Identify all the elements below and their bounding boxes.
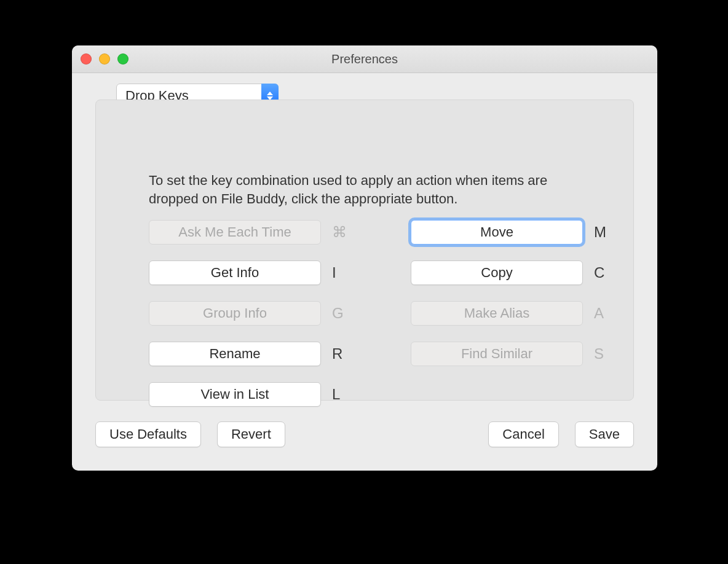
move-button[interactable]: Move [411,220,583,245]
group-info-button: Group Info [149,301,321,326]
titlebar: Preferences [72,45,657,73]
key-column-right: Move M Copy C Make Alias [411,221,614,406]
key-column-left: Ask Me Each Time ⌘ Get Info I Group Info [149,221,352,406]
key-shortcut: M [594,224,609,241]
key-button-label: Find Similar [461,346,532,362]
zoom-icon[interactable] [117,53,129,65]
key-button-label: Make Alias [464,305,529,321]
key-shortcut: G [332,305,347,322]
key-shortcut: R [332,345,347,362]
key-shortcut: L [332,386,347,403]
view-in-list-button[interactable]: View in List [149,382,321,407]
make-alias-button: Make Alias [411,301,583,326]
traffic-lights [81,53,129,65]
button-label: Use Defaults [109,426,187,442]
key-row: Ask Me Each Time ⌘ [149,221,352,244]
key-button-label: Group Info [203,305,267,321]
key-row: Move M [411,221,614,244]
key-shortcut: A [594,305,609,322]
key-button-label: Ask Me Each Time [178,224,291,240]
key-grid: Ask Me Each Time ⌘ Get Info I Group Info [149,221,636,406]
preferences-window: Preferences Drop Keys To set the key com… [72,45,657,471]
window-title: Preferences [331,52,398,66]
key-row: Find Similar S [411,342,614,366]
key-button-label: Get Info [211,265,259,281]
key-shortcut: S [594,345,609,362]
save-button[interactable]: Save [575,421,634,447]
drop-keys-group: To set the key combination used to apply… [95,100,634,401]
key-button-label: Copy [481,265,512,281]
key-button-label: Rename [209,346,260,362]
cancel-button[interactable]: Cancel [488,421,558,447]
key-button-label: Move [480,224,513,240]
description-text: To set the key combination used to apply… [149,171,590,208]
key-shortcut: I [332,264,347,281]
close-icon[interactable] [81,53,92,65]
minimize-icon[interactable] [99,53,110,65]
revert-button[interactable]: Revert [217,421,285,447]
get-info-button[interactable]: Get Info [149,260,321,285]
key-shortcut: ⌘ [332,224,347,241]
key-shortcut: C [594,264,609,281]
footer-left: Use Defaults Revert [95,421,285,447]
key-row: Copy C [411,261,614,284]
find-similar-button: Find Similar [411,342,583,366]
ask-me-each-time-button: Ask Me Each Time [149,220,321,245]
rename-button[interactable]: Rename [149,342,321,366]
key-button-label: View in List [201,386,269,402]
key-row: Make Alias A [411,302,614,325]
footer: Use Defaults Revert Cancel Save [95,421,634,447]
copy-button[interactable]: Copy [411,260,583,285]
button-label: Revert [231,426,271,442]
button-label: Cancel [502,426,544,442]
button-label: Save [589,426,620,442]
key-row: Rename R [149,342,352,366]
key-row: View in List L [149,383,352,406]
key-row: Get Info I [149,261,352,284]
key-row: Group Info G [149,302,352,325]
use-defaults-button[interactable]: Use Defaults [95,421,201,447]
footer-right: Cancel Save [488,421,634,447]
window-body: Drop Keys To set the key combination use… [72,72,657,471]
